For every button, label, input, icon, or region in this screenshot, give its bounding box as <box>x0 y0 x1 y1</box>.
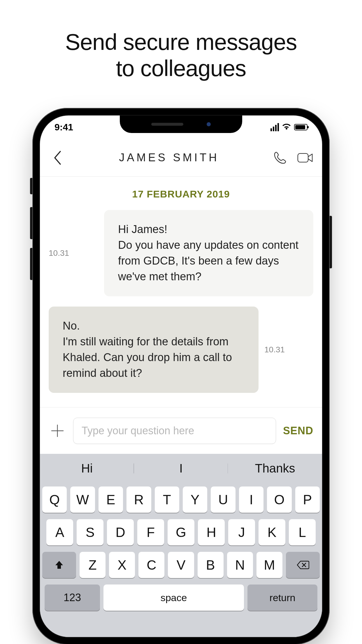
chevron-left-icon <box>53 150 62 165</box>
key-n[interactable]: N <box>227 552 253 578</box>
message-row: 10.31 Hi James! Do you have any updates … <box>40 210 322 296</box>
message-bubble-received[interactable]: No. I'm still waiting for the details fr… <box>49 307 259 393</box>
keyboard-row-3: Z X C V B N M <box>42 552 320 578</box>
key-e[interactable]: E <box>99 487 123 513</box>
header-actions <box>272 150 313 166</box>
compose-bar: SEND <box>40 407 322 454</box>
status-indicators <box>270 123 307 131</box>
add-attachment-button[interactable] <box>49 422 66 440</box>
key-b[interactable]: B <box>198 552 224 578</box>
suggestion[interactable]: I <box>134 461 228 475</box>
key-s[interactable]: S <box>77 519 103 545</box>
keyboard-suggestions: Hi I Thanks <box>40 454 322 483</box>
promo-line-2: to colleagues <box>116 55 246 81</box>
key-w[interactable]: W <box>70 487 95 513</box>
suggestion[interactable]: Hi <box>40 461 134 475</box>
message-time: 10.31 <box>49 249 69 258</box>
key-x[interactable]: X <box>109 552 135 578</box>
keyboard-row-1: Q W E R T Y U I O P <box>42 487 320 513</box>
chat-header: JAMES SMITH <box>40 139 322 177</box>
back-button[interactable] <box>49 149 66 167</box>
key-f[interactable]: F <box>137 519 164 545</box>
key-o[interactable]: O <box>267 487 291 513</box>
key-t[interactable]: T <box>155 487 179 513</box>
space-key[interactable]: space <box>103 584 244 611</box>
key-u[interactable]: U <box>211 487 235 513</box>
key-y[interactable]: Y <box>183 487 207 513</box>
voice-call-button[interactable] <box>272 150 288 166</box>
key-l[interactable]: L <box>289 519 316 545</box>
key-c[interactable]: C <box>138 552 164 578</box>
key-j[interactable]: J <box>228 519 255 545</box>
shift-icon <box>54 560 64 570</box>
key-m[interactable]: M <box>256 552 282 578</box>
phone-icon <box>273 150 287 165</box>
shift-key[interactable] <box>42 552 76 578</box>
key-q[interactable]: Q <box>42 487 67 513</box>
key-r[interactable]: R <box>126 487 151 513</box>
key-v[interactable]: V <box>168 552 194 578</box>
numeric-key[interactable]: 123 <box>45 584 100 611</box>
keyboard: Hi I Thanks Q W E R T Y U I <box>40 454 322 637</box>
video-call-button[interactable] <box>297 150 313 166</box>
chat-area[interactable]: 17 FEBRUARY 2019 10.31 Hi James! Do you … <box>40 177 322 637</box>
key-z[interactable]: Z <box>80 552 106 578</box>
key-i[interactable]: I <box>239 487 263 513</box>
date-separator: 17 FEBRUARY 2019 <box>40 188 322 200</box>
suggestion[interactable]: Thanks <box>228 461 322 475</box>
key-d[interactable]: D <box>107 519 134 545</box>
backspace-icon <box>296 560 309 570</box>
keyboard-row-4: 123 space return <box>42 584 320 611</box>
key-k[interactable]: K <box>259 519 285 545</box>
wifi-icon <box>282 124 291 131</box>
send-button[interactable]: SEND <box>283 425 313 437</box>
backspace-key[interactable] <box>286 552 320 578</box>
message-row: 10.31 No. I'm still waiting for the deta… <box>40 307 322 393</box>
promo-title: Send secure messages to colleagues <box>0 29 362 81</box>
plus-icon <box>50 424 64 438</box>
message-time: 10.31 <box>264 345 285 354</box>
cellular-signal-icon <box>270 123 279 131</box>
status-time: 9:41 <box>55 122 73 133</box>
speaker-grille <box>151 123 183 126</box>
key-p[interactable]: P <box>295 487 320 513</box>
video-icon <box>297 151 313 164</box>
return-key[interactable]: return <box>247 584 317 611</box>
message-input[interactable] <box>73 418 276 444</box>
phone-mockup: 9:41 JAMES SMITH <box>32 108 330 644</box>
promo-line-1: Send secure messages <box>65 29 297 55</box>
message-bubble-sent[interactable]: Hi James! Do you have any updates on con… <box>104 210 313 296</box>
battery-icon <box>294 124 307 130</box>
notch <box>120 116 242 133</box>
phone-screen: 9:41 JAMES SMITH <box>39 115 323 638</box>
contact-name: JAMES SMITH <box>66 151 272 164</box>
keyboard-row-2: A S D F G H J K L <box>42 519 320 545</box>
key-a[interactable]: A <box>46 519 73 545</box>
key-h[interactable]: H <box>198 519 225 545</box>
phone-frame: 9:41 JAMES SMITH <box>32 108 330 644</box>
key-g[interactable]: G <box>168 519 194 545</box>
svg-rect-0 <box>298 153 308 162</box>
front-camera <box>207 122 211 126</box>
